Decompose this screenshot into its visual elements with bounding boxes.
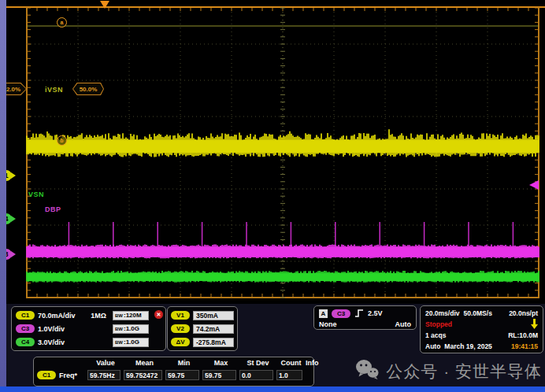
cursor-v1-value: 350mA: [193, 311, 234, 320]
measurement-count: 1.0: [276, 370, 302, 380]
measurement-name: Freq*: [59, 372, 77, 379]
channel4-scale: 3.0V/div: [38, 338, 65, 346]
channel1-badge[interactable]: C1: [16, 311, 35, 320]
trace-label-ivsn: iVSN: [45, 86, 63, 94]
cursor-v1-badge: V1: [171, 311, 190, 320]
channel1-scale: 70.0mA/div: [38, 312, 76, 320]
cursor-dv-badge: ΔV: [171, 338, 190, 346]
timebase-scale: 20.0ms/div: [425, 309, 459, 317]
acquisition-count: 1 acqs: [425, 331, 446, 339]
trigger-mode: Auto: [395, 320, 412, 328]
measurement-min: 59.75: [165, 370, 199, 380]
measurement-row[interactable]: C1 Freq* 59.75Hz 59.752472 59.75 59.75 0…: [37, 370, 310, 380]
channel3-badge[interactable]: C3: [16, 324, 35, 333]
marker-arrow-icon: [531, 319, 538, 331]
timebase-scale-row: 20.0ms/div 50.0MS/s 20.0ns/pt: [425, 308, 538, 319]
acquisition-mode: Auto: [425, 342, 440, 350]
header-info: Info: [306, 359, 319, 370]
header-count: Count: [276, 359, 306, 370]
watermark-text: 公众号 · 安世半导体: [386, 361, 542, 383]
header-mean: Mean: [124, 359, 165, 370]
cursor-v2-badge: V2: [171, 324, 190, 333]
channel3-bandwidth[interactable]: BW:1.0G: [113, 324, 149, 334]
graticule-and-traces: [0, 0, 545, 304]
cursor-dv-row: ΔV -275.8mA: [171, 335, 234, 349]
acquisition-count-row: 1 acqs RL:10.0M: [425, 330, 538, 341]
mark-flag-right[interactable]: 50.0%: [72, 83, 104, 95]
measurement-value: 59.75Hz: [87, 370, 120, 380]
time-label: 19:41:15: [511, 342, 538, 350]
channel1-bandwidth[interactable]: BW:120M: [113, 311, 149, 320]
measurement-header-row: Value Mean Min Max St Dev Count Info: [37, 359, 310, 370]
date-label: March 19, 2025: [444, 342, 491, 350]
measurement-mean: 59.752472: [124, 370, 162, 380]
header-min: Min: [165, 359, 202, 370]
header-max: Max: [202, 359, 239, 370]
channel4-bandwidth[interactable]: BW:1.0G: [113, 338, 149, 347]
trigger-mode-row: None Auto: [319, 319, 411, 330]
oscilloscope-screen: 2.0% 50.0% iVSN VSN DBP a b 1 4 3 C1 70.…: [0, 0, 545, 392]
measurement-max: 59.75: [202, 370, 236, 380]
cursor-dv-value: -275.8mA: [193, 338, 234, 347]
cursor-b-handle[interactable]: b: [57, 135, 67, 146]
waveform-display: 2.0% 50.0% iVSN VSN DBP a b 1 4 3: [0, 0, 545, 304]
cursor-v2-value: 74.2mA: [193, 324, 234, 334]
watermark: 公众号 · 安世半导体: [355, 359, 542, 384]
trigger-main-row: A C3 2.5V: [319, 308, 411, 319]
measurement-channel-badge: C1: [37, 371, 56, 379]
rising-edge-icon: [354, 309, 364, 318]
trigger-holdoff: None: [319, 320, 337, 328]
datetime-row: Auto March 19, 2025 19:41:15: [425, 341, 538, 352]
trigger-source-badge[interactable]: C3: [332, 309, 350, 318]
channel4-badge[interactable]: C4: [16, 338, 35, 346]
channel3-settings[interactable]: C3 1.0V/div BW:1.0G: [16, 322, 161, 335]
measurement-stdev: 0.0: [239, 370, 273, 380]
mark-flag-right-label: 50.0%: [72, 83, 104, 95]
screen-frame-bottom: [0, 386, 545, 392]
wechat-icon: [355, 359, 379, 384]
channel4-settings[interactable]: C4 3.0V/div BW:1.0G: [16, 335, 161, 349]
sample-rate: 50.0MS/s: [463, 309, 491, 317]
sample-resolution: 20.0ns/pt: [509, 309, 538, 317]
channel1-settings[interactable]: C1 70.0mA/div 1MΩ BW:120M: [16, 309, 161, 322]
timebase-box[interactable]: 20.0ms/div 50.0MS/s 20.0ns/pt Stopped 1 …: [420, 305, 543, 353]
acquisition-status: Stopped: [425, 320, 452, 328]
trigger-level: 2.5V: [368, 309, 383, 317]
trigger-a-badge: A: [319, 309, 328, 318]
close-icon[interactable]: ✕: [154, 310, 163, 319]
screen-frame-left: [0, 0, 6, 386]
cursor-readout-box[interactable]: V1 350mA V2 74.2mA ΔV -275.8mA: [167, 306, 238, 351]
trace-label-vsn: VSN: [28, 190, 44, 198]
channel1-impedance: 1MΩ: [91, 312, 106, 320]
cursor-a-handle[interactable]: a: [57, 17, 67, 28]
cursor-v1-row: V1 350mA: [171, 309, 234, 322]
header-stdev: St Dev: [239, 359, 276, 370]
channel-settings-box[interactable]: C1 70.0mA/div 1MΩ BW:120M C3 1.0V/div BW…: [11, 306, 166, 351]
trace-label-dbp: DBP: [45, 205, 61, 213]
header-value: Value: [87, 359, 124, 370]
measurement-table[interactable]: Value Mean Min Max St Dev Count Info C1 …: [33, 357, 314, 386]
record-length: RL:10.0M: [508, 331, 538, 339]
channel3-scale: 1.0V/div: [38, 325, 65, 333]
cursor-v2-row: V2 74.2mA: [171, 322, 234, 335]
trigger-settings-box[interactable]: A C3 2.5V None Auto: [313, 305, 417, 330]
acquisition-status-row: Stopped: [425, 319, 538, 330]
